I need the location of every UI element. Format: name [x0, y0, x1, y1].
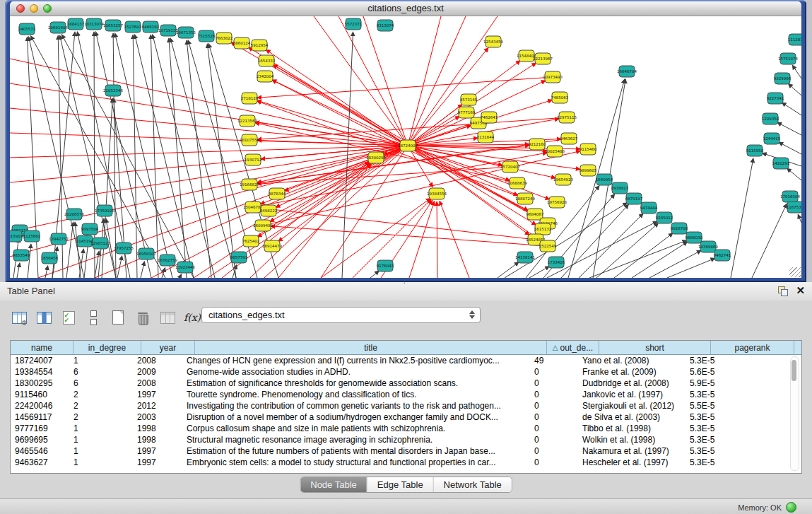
graph-node[interactable]: 2342004: [257, 71, 274, 82]
citation-edge-black[interactable]: [787, 168, 801, 180]
table-cell[interactable]: 0: [530, 423, 578, 434]
table-row[interactable]: 946554611997Estimation of the future num…: [11, 445, 801, 457]
graph-node[interactable]: 19384554: [427, 188, 447, 199]
graph-node[interactable]: 20691406: [48, 22, 68, 33]
table-cell[interactable]: 0: [530, 400, 578, 411]
graph-node[interactable]: 9899605: [579, 165, 597, 176]
graph-node[interactable]: 9474444: [640, 202, 658, 214]
graph-node[interactable]: 9212160: [529, 139, 546, 150]
table-cell[interactable]: Estimation of significance thresholds fo…: [182, 378, 530, 389]
citation-edge-black[interactable]: [579, 214, 643, 278]
graph-node[interactable]: 1115682: [23, 230, 41, 242]
graph-node[interactable]: 9176043: [377, 260, 394, 271]
network-graph[interactable]: 2405572206914061884137183130741065325715…: [10, 16, 801, 278]
table-cell[interactable]: 19384554: [11, 366, 69, 378]
column-header-pagerank[interactable]: pagerank: [711, 341, 794, 354]
table-cell[interactable]: Tibbo et al. (1998): [578, 423, 686, 434]
graph-node[interactable]: 1930712: [245, 154, 262, 165]
graph-node[interactable]: 1209358: [762, 113, 779, 124]
table-cell[interactable]: 49: [530, 355, 578, 366]
graph-node[interactable]: 7462641: [481, 112, 498, 123]
clear-selection-button[interactable]: [84, 308, 102, 327]
table-cell[interactable]: 9699695: [11, 434, 69, 445]
graph-node[interactable]: 7485063: [551, 92, 569, 103]
table-cell[interactable]: 1: [69, 434, 133, 445]
table-cell[interactable]: Changes of HCN gene expression and I(f) …: [182, 355, 530, 366]
citation-edge-red[interactable]: [38, 146, 408, 278]
graph-node[interactable]: 16782759: [158, 255, 177, 266]
graph-node[interactable]: 9245012: [656, 212, 673, 223]
table-cell[interactable]: 2009: [133, 366, 182, 378]
table-settings-button[interactable]: ⚙: [10, 308, 28, 327]
citation-edge-black[interactable]: [589, 240, 687, 278]
graph-node[interactable]: 1656456: [41, 252, 59, 264]
table-cell[interactable]: 2012: [133, 400, 182, 411]
graph-node[interactable]: 6466162: [142, 21, 160, 33]
select-all-rows-button[interactable]: ✓✓: [59, 308, 78, 327]
table-cell[interactable]: 5.3E-5: [686, 411, 765, 423]
graph-node[interactable]: 1244415: [763, 133, 781, 144]
table-cell[interactable]: 9463627: [11, 457, 69, 468]
citation-edge-black[interactable]: [66, 222, 73, 278]
graph-node[interactable]: 15751074: [778, 53, 798, 64]
graph-node[interactable]: 9115460: [579, 144, 597, 155]
table-cell[interactable]: 6: [69, 378, 133, 389]
tab-node-table[interactable]: Node Table: [300, 477, 367, 492]
graph-node[interactable]: 1112873: [788, 34, 801, 45]
table-cell[interactable]: 18300295: [11, 378, 69, 389]
table-cell[interactable]: 1997: [133, 457, 182, 468]
table-cell[interactable]: 2: [69, 400, 133, 411]
table-cell[interactable]: Structural magnetic resonance image aver…: [182, 434, 530, 445]
graph-node[interactable]: 15720407: [500, 161, 520, 173]
citation-edge-black[interactable]: [614, 233, 673, 278]
citation-edge-black[interactable]: [798, 214, 801, 223]
table-cell[interactable]: 22420046: [11, 400, 69, 411]
graph-node[interactable]: 9097588: [81, 223, 99, 235]
graph-node[interactable]: 7663822: [216, 33, 233, 44]
graph-node[interactable]: 1654333: [258, 55, 276, 66]
graph-node[interactable]: 9115958: [746, 145, 764, 156]
graph-node[interactable]: 1615132: [534, 223, 552, 235]
resize-grip[interactable]: [789, 267, 801, 277]
graph-node[interactable]: 18300295: [366, 152, 386, 163]
graph-node[interactable]: 19756928: [547, 197, 567, 208]
table-cell[interactable]: 1997: [133, 389, 182, 400]
graph-node[interactable]: 17016504: [780, 191, 800, 202]
citation-edge-red[interactable]: [408, 16, 441, 146]
table-row[interactable]: 1872400712008Changes of HCN gene express…: [11, 355, 801, 366]
table-cell[interactable]: Yano et al. (2008): [578, 355, 686, 366]
graph-node[interactable]: 5912954: [251, 40, 269, 51]
graph-node[interactable]: 19166827: [240, 179, 259, 190]
citation-edge-black[interactable]: [141, 262, 144, 278]
column-header-in_degree[interactable]: in_degree: [73, 341, 141, 354]
tab-network-table[interactable]: Network Table: [434, 477, 512, 492]
table-cell[interactable]: Disruption of a novel member of a sodium…: [182, 411, 530, 423]
citation-edge-black[interactable]: [17, 263, 20, 278]
graph-node[interactable]: 7515526: [198, 30, 216, 42]
table-row[interactable]: 2242004622012Investigating the contribut…: [11, 400, 801, 411]
table-scrollbar[interactable]: [790, 356, 799, 471]
function-builder-button[interactable]: f(x): [183, 308, 201, 327]
table-cell[interactable]: Corpus callosum shape and size in male p…: [182, 423, 530, 434]
table-cell[interactable]: 1998: [133, 434, 182, 445]
column-header-name[interactable]: name: [11, 341, 73, 354]
graph-node[interactable]: 9857791: [230, 252, 248, 263]
table-cell[interactable]: 1998: [133, 423, 182, 434]
graph-node[interactable]: 18724007: [398, 140, 418, 151]
table-cell[interactable]: Tourette syndrome. Phenomenology and cla…: [182, 389, 530, 400]
table-cell[interactable]: 14569117: [11, 411, 69, 423]
graph-node[interactable]: 2131644: [477, 132, 495, 143]
table-cell[interactable]: 1: [69, 423, 133, 434]
graph-node[interactable]: 14136141: [515, 252, 535, 263]
table-cell[interactable]: 5.9E-5: [686, 378, 765, 389]
table-cell[interactable]: de Silva et al. (2003): [578, 411, 686, 423]
graph-node[interactable]: 12213967: [533, 53, 553, 64]
citation-edge-black[interactable]: [28, 244, 31, 278]
table-cell[interactable]: 9115460: [11, 389, 69, 400]
graph-node[interactable]: 2718126: [241, 93, 259, 104]
table-cell[interactable]: 5.3E-5: [686, 423, 765, 434]
table-row[interactable]: 1456911722003Disruption of a novel membe…: [11, 411, 801, 423]
table-cell[interactable]: Hescheler et al. (1997): [578, 457, 686, 468]
graph-node[interactable]: 9227341: [767, 93, 784, 104]
graph-node[interactable]: 17359928: [95, 205, 114, 216]
